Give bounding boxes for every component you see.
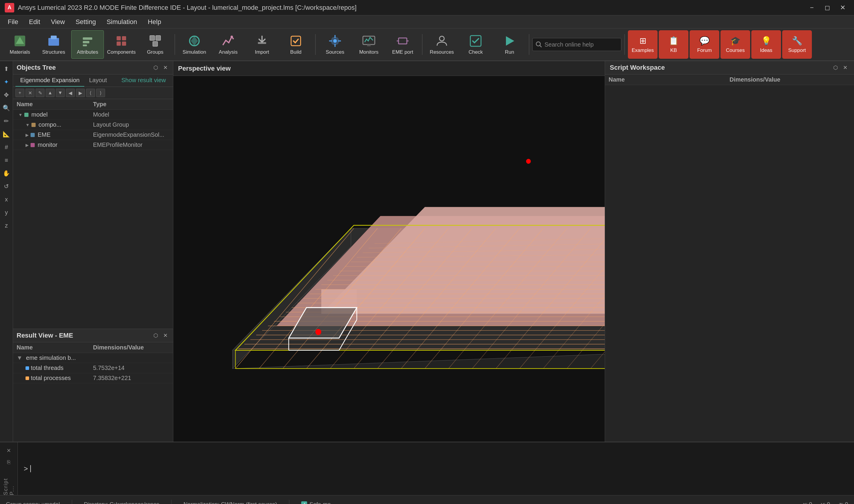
script-expand-btn[interactable]: ⬡ [832,64,840,72]
title-bar: A Ansys Lumerical 2023 R2.0 MODE Finite … [0,0,854,15]
tool-import[interactable]: Import [246,30,278,59]
expand-icon-monitor: ▶ [25,143,29,147]
tool-groups[interactable]: Groups [139,30,172,59]
svg-rect-3 [51,36,57,39]
menu-view[interactable]: View [46,16,70,28]
structures-label: Structures [42,49,65,55]
quick-ideas[interactable]: 💡 Ideas [751,30,781,59]
result-content: Name Dimensions/Value ▼ eme simulation b… [13,342,173,442]
terminal-copy-btn[interactable]: ⎘ [3,458,14,467]
tool-check[interactable]: Check [459,30,492,59]
quick-support[interactable]: 🔧 Support [782,30,812,59]
courses-icon: 🎓 [730,36,741,46]
script-workspace-controls: ⬡ ✕ [832,64,849,72]
thread-icon [25,366,29,370]
result-row-total-processes[interactable]: total processes 7.35832e+221 [13,373,173,383]
objects-tree-close-btn[interactable]: ✕ [161,64,170,72]
tree-left-btn[interactable]: ◀ [66,89,75,97]
tree-row-monitor[interactable]: ▶ monitor EMEProfileMonitor [13,140,173,150]
tool-monitors[interactable]: Monitors [353,30,385,59]
tool-eme-port[interactable]: EME port [386,30,419,59]
eme-icon [31,133,35,137]
svg-rect-9 [117,41,121,46]
tree-row-model[interactable]: ▼ model Model [13,110,173,120]
result-view-header: Result View - EME ⬡ ✕ [13,329,173,342]
show-result-view-btn[interactable]: Show result view [117,74,171,87]
menu-edit[interactable]: Edit [23,16,46,28]
expand-icon-compo: ▼ [25,123,30,127]
tree-row-compo[interactable]: ▼ compo... Layout Group [13,120,173,130]
left-tool-yaxis[interactable]: y [1,207,12,218]
tree-row-eme[interactable]: ▶ EME EigenmodeExpansionSol... [13,130,173,140]
result-view-expand-btn[interactable]: ⬡ [152,331,160,340]
left-tool-xaxis[interactable]: x [1,194,12,205]
tool-resources[interactable]: Resources [426,30,458,59]
tree-column-headers: Name Type [13,99,173,110]
tree-up-btn[interactable]: ▲ [46,89,55,97]
svg-rect-7 [117,36,121,40]
quick-courses[interactable]: 🎓 Courses [720,30,750,59]
minimize-button[interactable]: − [805,3,818,13]
y-coord: y: 0 [821,501,830,504]
left-tool-measure[interactable]: 📐 [1,129,12,140]
left-tool-pointer[interactable]: ⬆ [1,64,12,74]
result-view-panel: Result View - EME ⬡ ✕ Name Dimensions/Va… [13,329,173,442]
tree-edit-btn[interactable]: ✎ [36,89,45,97]
left-tool-grid[interactable]: # [1,142,12,152]
left-tool-rotate[interactable]: ↺ [1,181,12,192]
search-input[interactable] [545,41,610,48]
tree-delete-btn[interactable]: ✕ [25,89,34,97]
main-content: ⬆ ✦ ✥ 🔍 ✏ 📐 # ≡ ✋ ↺ x y z Objects Tree ⬡… [0,61,854,442]
menu-setting[interactable]: Setting [70,16,102,28]
tool-sources[interactable]: Sources [319,30,351,59]
build-icon [289,34,303,48]
tool-run[interactable]: Run [493,30,526,59]
tool-structures[interactable]: Structures [37,30,70,59]
result-row-total-threads[interactable]: total threads 5.7532e+14 [13,363,173,373]
menu-file[interactable]: File [2,16,23,28]
script-close-btn[interactable]: ✕ [841,64,849,72]
tree-tab-eigenmode[interactable]: Eigenmode Expansion [15,74,84,87]
maximize-button[interactable]: ◻ [821,3,834,13]
close-button[interactable]: ✕ [836,3,849,13]
tree-nav-right-btn[interactable]: ⟩ [96,89,105,97]
result-row-parent[interactable]: ▼ eme simulation b... [13,353,173,363]
result-view-close-btn[interactable]: ✕ [161,331,170,340]
attributes-label: Attributes [77,49,98,55]
left-tool-zoom[interactable]: 🔍 [1,103,12,113]
tool-materials[interactable]: Materials [3,30,36,59]
left-tool-layers[interactable]: ≡ [1,155,12,165]
objects-tree-expand-btn[interactable]: ⬡ [152,64,160,72]
tool-components[interactable]: Components [105,30,138,59]
script-workspace: Script Workspace ⬡ ✕ Name Dimensions/Val… [605,61,854,442]
left-tool-draw[interactable]: ✏ [1,116,12,126]
tool-attributes[interactable]: Attributes [71,30,104,59]
left-tool-select[interactable]: ✦ [1,76,12,87]
tree-tab-layout[interactable]: Layout [84,74,111,87]
quick-forum[interactable]: 💬 Forum [690,30,719,59]
quick-kb[interactable]: 📋 KB [659,30,689,59]
svg-rect-11 [150,36,155,40]
left-tool-move[interactable]: ✥ [1,90,12,100]
objects-tree-title: Objects Tree [17,64,56,72]
tree-right-btn[interactable]: ▶ [76,89,85,97]
tree-nav-left-btn[interactable]: ⟨ [86,89,95,97]
safe-mode-checkbox[interactable]: ✓ [301,501,307,504]
z-coord: z: 0 [839,501,848,504]
toolbar-separator-5 [624,34,625,55]
monitor-icon [31,143,35,147]
tool-simulation[interactable]: Simulation [178,30,211,59]
menu-bar: File Edit View Setting Simulation Help [0,15,854,29]
menu-help[interactable]: Help [142,16,166,28]
left-tool-zaxis[interactable]: z [1,220,12,231]
left-tool-pan[interactable]: ✋ [1,168,12,179]
tool-build[interactable]: Build [280,30,312,59]
terminal-close-side-btn[interactable]: ✕ [3,446,14,455]
menu-simulation[interactable]: Simulation [101,16,142,28]
tool-analysis[interactable]: Analysis [212,30,245,59]
eme-port-icon [395,34,410,48]
tree-down-btn[interactable]: ▼ [56,89,65,97]
tree-add-btn[interactable]: + [15,89,24,97]
svg-point-99 [316,329,321,335]
quick-examples[interactable]: ⊞ Examples [628,30,658,59]
